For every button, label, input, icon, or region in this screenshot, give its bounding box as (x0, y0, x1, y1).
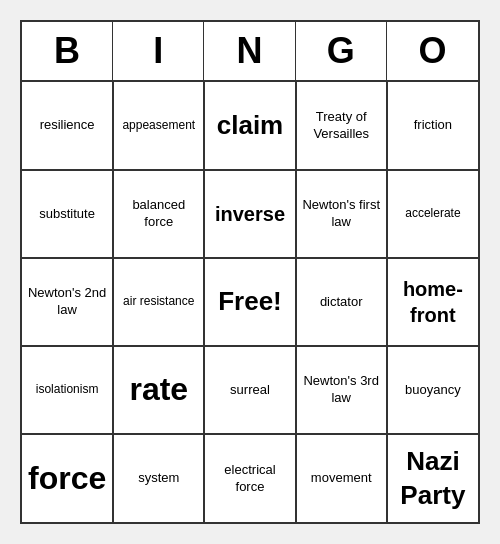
bingo-cell-7: inverse (204, 170, 295, 258)
bingo-cell-13: dictator (296, 258, 387, 346)
bingo-cell-10: Newton's 2nd law (22, 258, 113, 346)
cell-text-18: Newton's 3rd law (301, 373, 382, 407)
bingo-cell-6: balanced force (113, 170, 204, 258)
cell-text-12: Free! (218, 285, 282, 319)
bingo-header: BINGO (22, 22, 478, 82)
bingo-cell-12: Free! (204, 258, 295, 346)
bingo-cell-18: Newton's 3rd law (296, 346, 387, 434)
bingo-cell-24: Nazi Party (387, 434, 478, 522)
bingo-cell-17: surreal (204, 346, 295, 434)
cell-text-4: friction (414, 117, 452, 134)
bingo-cell-22: electrical force (204, 434, 295, 522)
cell-text-5: substitute (39, 206, 95, 223)
bingo-cell-14: home-front (387, 258, 478, 346)
bingo-cell-16: rate (113, 346, 204, 434)
cell-text-8: Newton's first law (301, 197, 382, 231)
bingo-cell-2: claim (204, 82, 295, 170)
bingo-cell-1: appeasement (113, 82, 204, 170)
bingo-cell-4: friction (387, 82, 478, 170)
cell-text-7: inverse (215, 201, 285, 227)
header-letter-b: B (22, 22, 113, 80)
bingo-cell-5: substitute (22, 170, 113, 258)
header-letter-n: N (204, 22, 295, 80)
cell-text-13: dictator (320, 294, 363, 311)
cell-text-19: buoyancy (405, 382, 461, 399)
cell-text-16: rate (129, 369, 188, 411)
cell-text-21: system (138, 470, 179, 487)
bingo-cell-11: air resistance (113, 258, 204, 346)
bingo-cell-19: buoyancy (387, 346, 478, 434)
cell-text-9: accelerate (405, 206, 460, 222)
header-letter-i: I (113, 22, 204, 80)
header-letter-g: G (296, 22, 387, 80)
bingo-cell-3: Treaty of Versailles (296, 82, 387, 170)
cell-text-11: air resistance (123, 294, 194, 310)
cell-text-15: isolationism (36, 382, 99, 398)
cell-text-22: electrical force (209, 462, 290, 496)
cell-text-23: movement (311, 470, 372, 487)
bingo-cell-21: system (113, 434, 204, 522)
cell-text-6: balanced force (118, 197, 199, 231)
bingo-cell-15: isolationism (22, 346, 113, 434)
header-letter-o: O (387, 22, 478, 80)
bingo-card: BINGO resilienceappeasementclaimTreaty o… (20, 20, 480, 524)
cell-text-1: appeasement (122, 118, 195, 134)
cell-text-3: Treaty of Versailles (301, 109, 382, 143)
cell-text-17: surreal (230, 382, 270, 399)
cell-text-10: Newton's 2nd law (26, 285, 108, 319)
cell-text-24: Nazi Party (392, 445, 474, 513)
bingo-cell-23: movement (296, 434, 387, 522)
bingo-grid: resilienceappeasementclaimTreaty of Vers… (22, 82, 478, 522)
bingo-cell-8: Newton's first law (296, 170, 387, 258)
cell-text-0: resilience (40, 117, 95, 134)
cell-text-2: claim (217, 109, 284, 143)
cell-text-14: home-front (392, 276, 474, 328)
cell-text-20: force (28, 458, 106, 500)
bingo-cell-20: force (22, 434, 113, 522)
bingo-cell-9: accelerate (387, 170, 478, 258)
bingo-cell-0: resilience (22, 82, 113, 170)
